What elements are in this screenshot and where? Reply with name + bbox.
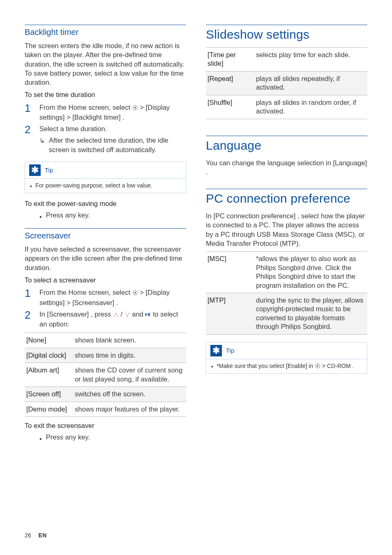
pc-options-table: [MSC]*allows the player to also work as … xyxy=(206,251,367,335)
paragraph: The screen enters the idle mode, if no n… xyxy=(25,41,186,87)
option-value: shows the CD cover of current song or la… xyxy=(73,363,186,387)
step-body: In [Screensaver] , press / and to select… xyxy=(39,310,186,329)
steps-list: 1 From the Home screen, select > [Displa… xyxy=(25,288,186,328)
page-footer: 26 EN xyxy=(25,532,47,539)
step-body: Select a time duration. ↳ After the sele… xyxy=(39,124,186,154)
option-key: [Time per slide] xyxy=(206,48,254,72)
section-rule xyxy=(25,25,186,25)
tip-box: ✱ Tip • *Make sure that you select [Enab… xyxy=(206,342,367,374)
page-language: EN xyxy=(38,532,46,539)
svg-line-35 xyxy=(319,364,320,365)
lead-text: To select a screensaver xyxy=(25,275,186,284)
svg-line-17 xyxy=(136,291,137,292)
dots-down-icon xyxy=(125,310,130,319)
svg-point-19 xyxy=(115,313,117,314)
lead-text: To exit the power-saving mode xyxy=(25,199,186,208)
text: From the Home screen, select xyxy=(39,104,132,111)
two-column-layout: Backlight timer The screen enters the id… xyxy=(25,25,367,447)
option-value: plays all slides repeatedly, if activate… xyxy=(254,71,367,95)
settings-icon xyxy=(315,363,321,370)
svg-line-6 xyxy=(136,109,137,110)
bullet-icon: • xyxy=(211,363,213,370)
list-item: •Press any key. xyxy=(39,433,186,443)
result-item: ↳ After the selected time duration, the … xyxy=(39,136,186,154)
svg-point-23 xyxy=(128,313,129,314)
subsection-title: Backlight timer xyxy=(25,28,186,37)
svg-point-22 xyxy=(127,315,128,317)
svg-rect-25 xyxy=(148,313,149,316)
text: *Make sure that you select [Enable] in >… xyxy=(217,363,354,370)
step-1: 1 From the Home screen, select > [Displa… xyxy=(25,288,186,307)
lead-text: To set the time duration xyxy=(25,90,186,99)
option-key: [Demo mode] xyxy=(25,402,73,416)
step-2: 2 Select a time duration. ↳ After the se… xyxy=(25,124,186,154)
tip-label: Tip xyxy=(45,166,53,173)
text: in xyxy=(309,363,315,369)
play-pause-icon xyxy=(145,310,151,319)
option-key: [None] xyxy=(25,333,73,348)
text: . xyxy=(352,363,354,369)
text: / xyxy=(120,310,124,318)
text: > xyxy=(67,299,72,306)
table-row: [Album art]shows the CD cover of current… xyxy=(25,363,186,387)
option-value: *allows the player to also work as Phili… xyxy=(254,252,367,293)
bullet-icon: • xyxy=(39,435,42,443)
text: , press xyxy=(91,310,113,318)
tip-box: ✱ Tip • For power-saving purpose, select… xyxy=(25,162,186,193)
tip-header: ✱ Tip xyxy=(25,162,186,179)
settings-icon xyxy=(132,104,138,113)
option-key: [MSC] xyxy=(206,252,254,293)
svg-point-20 xyxy=(117,315,118,317)
table-row: [Time per slide]selects play time for ea… xyxy=(206,48,367,72)
screensaver-options-table: [None]shows blank screen.[Digital clock]… xyxy=(25,333,186,417)
bullet-list: •Press any key. xyxy=(25,211,186,221)
section-rule xyxy=(25,228,186,229)
menu-path: [Screensaver] xyxy=(72,299,114,306)
bullet-icon: • xyxy=(39,213,42,221)
subsection-title: Screensaver xyxy=(25,231,186,240)
section-title: Language xyxy=(206,139,367,153)
text: In xyxy=(39,310,47,318)
section-rule xyxy=(206,189,367,189)
table-row: [MTP]during the sync to the player, allo… xyxy=(206,293,367,334)
table-row: [MSC]*allows the player to also work as … xyxy=(206,252,367,293)
tip-body: • *Make sure that you select [Enable] in… xyxy=(206,359,367,373)
slideshow-options-table: [Time per slide]selects play time for ea… xyxy=(206,47,367,119)
paragraph: If you have selected a screensaver, the … xyxy=(25,245,186,272)
option-value: shows blank screen. xyxy=(73,333,186,348)
svg-line-34 xyxy=(316,367,316,368)
option-key: [Screen off] xyxy=(25,387,73,402)
svg-point-27 xyxy=(317,365,318,367)
tip-body: • For power-saving purpose, select a low… xyxy=(25,179,186,193)
svg-line-14 xyxy=(133,291,134,292)
svg-point-9 xyxy=(134,292,136,294)
svg-line-8 xyxy=(136,106,137,106)
settings-icon xyxy=(132,289,138,298)
step-number: 2 xyxy=(25,124,34,135)
table-row: [Shuffle]plays all slides in random orde… xyxy=(206,95,367,119)
tip-label: Tip xyxy=(226,347,234,354)
bullet-icon: • xyxy=(30,183,32,190)
text: After the selected time duration, the id… xyxy=(49,136,186,154)
svg-rect-26 xyxy=(149,313,150,316)
option-value: switches off the screen. xyxy=(73,387,186,402)
step-body: From the Home screen, select > [Display … xyxy=(39,288,186,307)
dots-up-icon xyxy=(113,310,119,319)
step-number: 1 xyxy=(25,288,34,298)
table-row: [Screen off]switches off the screen. xyxy=(25,387,186,402)
asterisk-icon: ✱ xyxy=(29,164,41,176)
text: Press any key. xyxy=(46,211,90,221)
menu-path: [Screensaver] xyxy=(47,310,89,318)
svg-point-21 xyxy=(125,313,127,314)
table-row: [Repeat]plays all slides repeatedly, if … xyxy=(206,71,367,95)
text: For power-saving purpose, select a low v… xyxy=(35,182,152,189)
step-number: 2 xyxy=(25,310,34,320)
section-title: Slideshow settings xyxy=(206,28,367,42)
menu-path: [Enable] xyxy=(286,363,307,369)
text: > xyxy=(140,289,145,296)
option-value: shows major features of the player. xyxy=(73,402,186,416)
option-key: [Repeat] xyxy=(206,71,254,95)
step-number: 1 xyxy=(25,103,34,113)
text: . xyxy=(206,168,208,176)
text: Select a time duration. xyxy=(39,125,107,132)
